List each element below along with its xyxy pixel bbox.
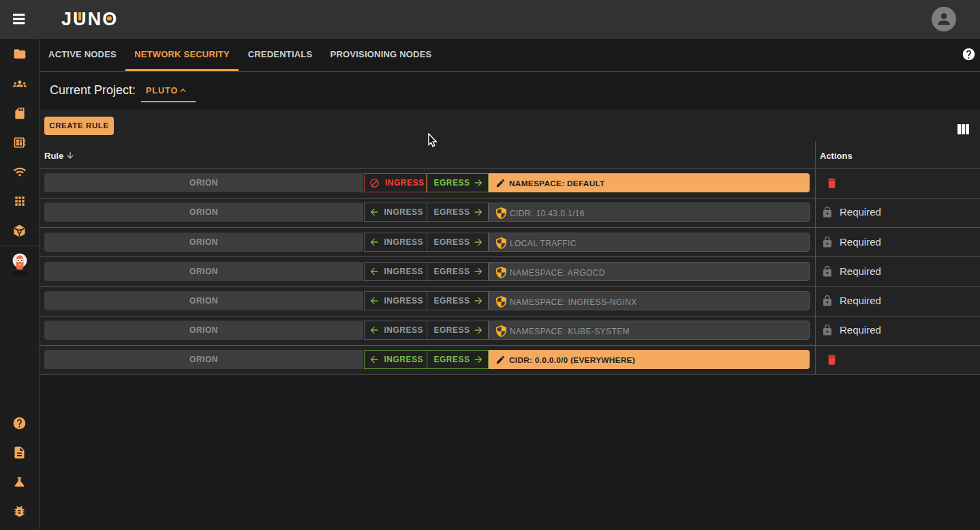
- svg-text:argo: argo: [12, 269, 27, 276]
